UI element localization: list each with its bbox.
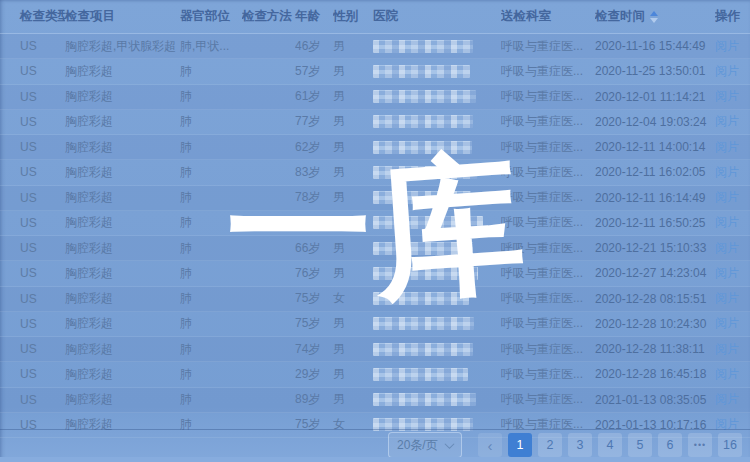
table-row[interactable]: US胸腔彩超肺62岁男呼吸与重症医...2020-12-11 14:00:14阅…: [0, 135, 750, 160]
cell-action: 阅片: [715, 164, 750, 181]
page-button-4[interactable]: 4: [598, 433, 622, 457]
table-row[interactable]: US胸腔彩超肺77岁男呼吸与重症医...2020-12-04 19:03:24阅…: [0, 110, 750, 135]
table-row[interactable]: US胸腔彩超肺61岁男呼吸与重症医...2020-12-01 11:14:21阅…: [0, 85, 750, 110]
view-images-link[interactable]: 阅片: [715, 392, 739, 406]
cell-hospital: [373, 343, 501, 356]
cell-dept: 呼吸与重症医...: [501, 391, 595, 408]
cell-organ: 肺: [180, 290, 242, 307]
view-images-link[interactable]: 阅片: [715, 89, 739, 103]
view-images-link[interactable]: 阅片: [715, 39, 739, 53]
censored-hospital-name: [373, 267, 478, 280]
table-row[interactable]: US胸腔彩超肺75岁女呼吸与重症医...2020-12-28 08:15:51阅…: [0, 287, 750, 312]
prev-page-button[interactable]: ‹: [478, 433, 502, 457]
column-header-label: 年龄: [295, 8, 320, 25]
censored-hospital-name: [373, 90, 476, 103]
cell-hospital: [373, 191, 501, 204]
view-images-link[interactable]: 阅片: [715, 64, 739, 78]
table-row[interactable]: US胸腔彩超肺29岁男呼吸与重症医...2020-12-28 16:45:18阅…: [0, 362, 750, 387]
cell-dept: 呼吸与重症医...: [501, 214, 595, 231]
page-size-select[interactable]: 20条/页: [388, 432, 462, 458]
cell-item: 胸腔彩超: [65, 189, 180, 206]
censored-hospital-name: [373, 317, 474, 330]
table-row[interactable]: US胸腔彩超肺74岁男呼吸与重症医...2020-12-28 11:38:11阅…: [0, 337, 750, 362]
table-row[interactable]: US胸腔彩超肺78岁男呼吸与重症医...2020-12-11 16:14:49阅…: [0, 186, 750, 211]
cell-hospital: [373, 115, 501, 128]
cell-item: 胸腔彩超: [65, 164, 180, 181]
view-images-link[interactable]: 阅片: [715, 114, 739, 128]
cell-type: US: [0, 266, 65, 280]
view-images-link[interactable]: 阅片: [715, 342, 739, 356]
cell-hospital: [373, 141, 501, 154]
view-images-link[interactable]: 阅片: [715, 291, 739, 305]
cell-item: 胸腔彩超: [65, 265, 180, 282]
cell-action: 阅片: [715, 63, 750, 80]
cell-organ: 肺: [180, 240, 242, 257]
cell-gender: 女: [333, 214, 373, 231]
page-size-value: 20条/页: [397, 437, 438, 454]
cell-dept: 呼吸与重症医...: [501, 265, 595, 282]
chevron-down-icon: [445, 439, 455, 449]
table-row[interactable]: US胸腔彩超肺76岁男呼吸与重症医...2020-12-27 14:23:04阅…: [0, 261, 750, 286]
table-row[interactable]: US胸腔彩超肺66岁男呼吸与重症医...2020-12-21 15:10:33阅…: [0, 236, 750, 261]
cell-hospital: [373, 242, 501, 255]
cell-dept: 呼吸与重症医...: [501, 315, 595, 332]
page-button-6[interactable]: 6: [658, 433, 682, 457]
column-header-label: 医院: [373, 8, 398, 25]
page-button-16[interactable]: 16: [718, 433, 742, 457]
cell-organ: 肺: [180, 214, 242, 231]
page-button-1[interactable]: 1: [508, 433, 532, 457]
cell-age: 66岁: [295, 240, 333, 257]
cell-gender: 男: [333, 164, 373, 181]
cell-type: US: [0, 165, 65, 179]
cell-dept: 呼吸与重症医...: [501, 189, 595, 206]
cell-type: US: [0, 90, 65, 104]
table-row[interactable]: US胸腔彩超肺83岁男呼吸与重症医...2020-12-11 16:02:05阅…: [0, 160, 750, 185]
table-row[interactable]: US胸腔彩超肺89岁男呼吸与重症医...2021-01-13 08:35:05阅…: [0, 388, 750, 413]
view-images-link[interactable]: 阅片: [715, 367, 739, 381]
cell-action: 阅片: [715, 315, 750, 332]
page-button-2[interactable]: 2: [538, 433, 562, 457]
cell-hospital: [373, 292, 501, 305]
view-images-link[interactable]: 阅片: [715, 241, 739, 255]
cell-action: 阅片: [715, 38, 750, 55]
cell-gender: 男: [333, 63, 373, 80]
column-header: 操作: [715, 8, 750, 25]
table-row[interactable]: US胸腔彩超肺76岁女呼吸与重症医...2020-12-11 16:50:25阅…: [0, 211, 750, 236]
cell-organ: 肺: [180, 189, 242, 206]
cell-time: 2020-12-04 19:03:24: [595, 115, 715, 129]
cell-gender: 男: [333, 139, 373, 156]
view-images-link[interactable]: 阅片: [715, 266, 739, 280]
cell-organ: 肺: [180, 265, 242, 282]
cell-gender: 男: [333, 38, 373, 55]
censored-hospital-name: [373, 393, 476, 406]
cell-item: 胸腔彩超: [65, 113, 180, 130]
censored-hospital-name: [373, 166, 477, 179]
page-button-3[interactable]: 3: [568, 433, 592, 457]
table-body: US胸腔彩超,甲状腺彩超肺,甲状...46岁男呼吸与重症医...2020-11-…: [0, 34, 750, 438]
more-pages-button[interactable]: •••: [688, 433, 712, 457]
cell-hospital: [373, 90, 501, 103]
column-header[interactable]: 检查时间: [595, 8, 715, 25]
cell-time: 2020-12-27 14:23:04: [595, 266, 715, 280]
caret-up-icon: [650, 11, 658, 16]
cell-type: US: [0, 317, 65, 331]
censored-hospital-name: [373, 65, 470, 78]
censored-hospital-name: [373, 141, 472, 154]
table-row[interactable]: US胸腔彩超肺57岁男呼吸与重症医...2020-11-25 13:50:01阅…: [0, 59, 750, 84]
view-images-link[interactable]: 阅片: [715, 215, 739, 229]
view-images-link[interactable]: 阅片: [715, 190, 739, 204]
cell-age: 77岁: [295, 113, 333, 130]
view-images-link[interactable]: 阅片: [715, 316, 739, 330]
sort-ascending-icon[interactable]: [650, 11, 658, 23]
page-button-5[interactable]: 5: [628, 433, 652, 457]
cell-action: 阅片: [715, 189, 750, 206]
cell-age: 75岁: [295, 290, 333, 307]
view-images-link[interactable]: 阅片: [715, 140, 739, 154]
table-row[interactable]: US胸腔彩超,甲状腺彩超肺,甲状...46岁男呼吸与重症医...2020-11-…: [0, 34, 750, 59]
cell-hospital: [373, 368, 501, 381]
cell-time: 2020-11-16 15:44:49: [595, 39, 715, 53]
cell-action: 阅片: [715, 265, 750, 282]
cell-gender: 男: [333, 391, 373, 408]
table-row[interactable]: US胸腔彩超肺75岁男呼吸与重症医...2020-12-28 10:24:30阅…: [0, 312, 750, 337]
view-images-link[interactable]: 阅片: [715, 165, 739, 179]
